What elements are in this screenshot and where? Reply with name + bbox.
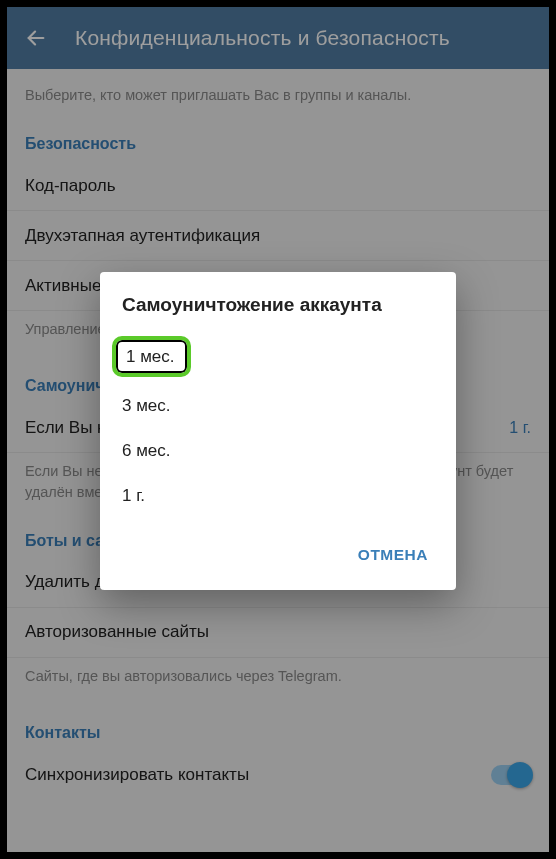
option-label: 3 мес. — [122, 396, 171, 415]
dialog-title: Самоуничтожение аккаунта — [100, 272, 456, 330]
dialog-option-list: 1 мес. 3 мес. 6 мес. 1 г. — [100, 330, 456, 524]
dialog-actions: ОТМЕНА — [100, 524, 456, 590]
option-label: 1 г. — [122, 486, 145, 505]
dialog-option-6-months[interactable]: 6 мес. — [116, 428, 456, 473]
dialog-option-1-month[interactable]: 1 мес. — [116, 330, 456, 383]
highlight-marker: 1 мес. — [112, 336, 191, 377]
self-destruct-dialog: Самоуничтожение аккаунта 1 мес. 3 мес. 6… — [100, 272, 456, 590]
option-label: 6 мес. — [122, 441, 171, 460]
cancel-button[interactable]: ОТМЕНА — [348, 538, 438, 572]
dialog-option-3-months[interactable]: 3 мес. — [116, 383, 456, 428]
dialog-option-1-year[interactable]: 1 г. — [116, 473, 456, 518]
option-label: 1 мес. — [126, 347, 175, 366]
